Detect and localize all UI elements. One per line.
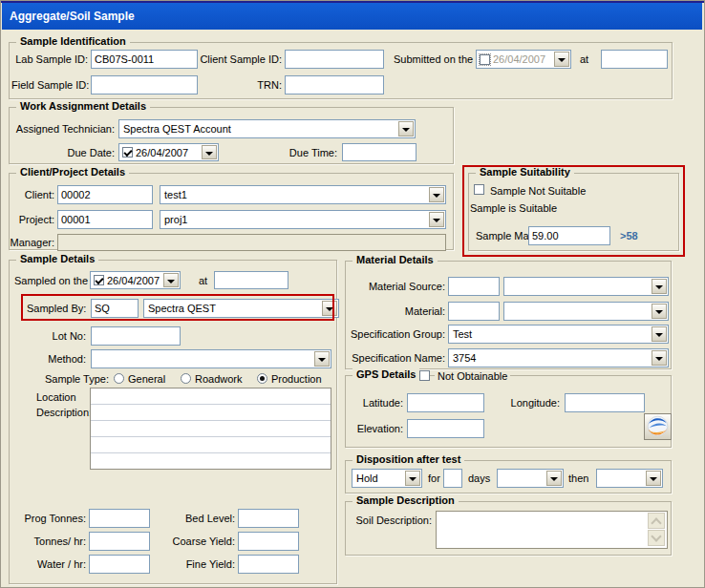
- suitability-status-text: Sample is Suitable: [470, 202, 557, 215]
- sampled-by-name-value: Spectra QEST: [148, 303, 216, 314]
- prog-tonnes-label: Prog Tonnes:: [10, 513, 86, 525]
- material-source-combo[interactable]: [503, 277, 669, 296]
- scroll-down-icon[interactable]: [648, 530, 665, 546]
- coarse-yield-input[interactable]: [238, 532, 299, 551]
- group-title: Client/Project Details: [16, 166, 129, 178]
- dropdown-arrow-icon[interactable]: [652, 326, 667, 342]
- project-name-value: proj1: [164, 214, 187, 225]
- sampled-by-label: Sampled By:: [27, 303, 86, 315]
- google-earth-button[interactable]: [644, 413, 672, 440]
- sampled-by-code-input[interactable]: [91, 299, 139, 318]
- fine-yield-label: Fine Yield:: [155, 558, 235, 571]
- material-code-input[interactable]: [448, 302, 500, 321]
- prog-tonnes-input[interactable]: [89, 509, 150, 528]
- scroll-up-icon[interactable]: [648, 513, 665, 529]
- dropdown-arrow-icon[interactable]: [429, 212, 444, 227]
- field-sample-id-input[interactable]: [91, 75, 198, 94]
- due-time-label: Due Time:: [231, 147, 337, 159]
- sample-not-suitable-checkbox[interactable]: [474, 184, 484, 195]
- not-obtainable-checkbox[interactable]: [419, 370, 430, 381]
- google-earth-globe-icon: [645, 414, 671, 439]
- water-hr-input[interactable]: [89, 555, 150, 574]
- dropdown-arrow-icon[interactable]: [405, 471, 420, 486]
- dropdown-arrow-icon[interactable]: [652, 279, 667, 294]
- group-title: Material Details: [352, 254, 438, 265]
- disposition-days-unit-combo[interactable]: [497, 469, 564, 488]
- submitted-on-label: Submitted on the: [394, 53, 473, 66]
- due-date-combo[interactable]: 26/04/2007: [118, 143, 219, 161]
- project-code-input[interactable]: [57, 210, 153, 229]
- material-label: Material:: [346, 305, 445, 318]
- client-code-input[interactable]: [57, 185, 153, 204]
- due-time-input[interactable]: [342, 143, 417, 161]
- radio-general[interactable]: [114, 373, 124, 384]
- specification-group-value: Test: [453, 328, 472, 340]
- dropdown-arrow-icon[interactable]: [202, 145, 217, 159]
- disposition-days-input[interactable]: [443, 469, 462, 488]
- bed-level-input[interactable]: [238, 509, 299, 528]
- location-description-label-line2: Description:: [36, 407, 92, 419]
- client-name-combo[interactable]: test1: [160, 185, 446, 204]
- submitted-time-input[interactable]: [601, 50, 668, 69]
- disposition-then-combo[interactable]: [596, 469, 663, 488]
- sampled-date-checkbox[interactable]: [94, 275, 104, 285]
- group-title: Sample Details: [16, 253, 98, 264]
- dropdown-arrow-icon[interactable]: [652, 350, 667, 366]
- group-material-details: Material Details Material Source: Materi…: [345, 261, 672, 369]
- latitude-input[interactable]: [407, 393, 484, 412]
- longitude-label: Longitude:: [506, 397, 560, 410]
- dropdown-arrow-icon[interactable]: [429, 187, 444, 202]
- sampled-by-name-combo[interactable]: Spectra QEST: [143, 299, 339, 318]
- material-combo[interactable]: [503, 302, 669, 321]
- trn-input[interactable]: [285, 75, 384, 94]
- dropdown-arrow-icon[interactable]: [314, 351, 330, 367]
- dropdown-arrow-icon[interactable]: [652, 304, 667, 319]
- elevation-input[interactable]: [407, 419, 484, 438]
- project-name-combo[interactable]: proj1: [160, 210, 446, 229]
- client-sample-id-input[interactable]: [285, 50, 384, 69]
- disposition-action-combo[interactable]: Hold: [352, 469, 422, 488]
- dropdown-arrow-icon[interactable]: [554, 52, 569, 67]
- dropdown-arrow-icon[interactable]: [163, 273, 179, 287]
- window-title: Aggregate/Soil Sample: [10, 10, 135, 23]
- sampled-date-combo[interactable]: 26/04/2007: [90, 271, 181, 289]
- dropdown-arrow-icon[interactable]: [646, 471, 661, 486]
- client-label: Client:: [11, 189, 54, 201]
- lot-no-input[interactable]: [91, 326, 181, 346]
- client-name-value: test1: [164, 189, 187, 200]
- coarse-yield-label: Coarse Yield:: [155, 536, 235, 548]
- tonnes-hr-input[interactable]: [89, 532, 150, 551]
- elevation-label: Elevation:: [346, 423, 403, 435]
- fine-yield-input[interactable]: [238, 555, 299, 574]
- submitted-date-combo[interactable]: 26/04/2007: [476, 50, 571, 69]
- due-date-checkbox[interactable]: [122, 147, 133, 158]
- dropdown-arrow-icon[interactable]: [398, 121, 414, 136]
- specification-group-combo[interactable]: Test: [448, 325, 669, 344]
- specification-name-combo[interactable]: 3754: [448, 348, 669, 368]
- submitted-date-checkbox[interactable]: [480, 54, 490, 65]
- sampled-date-value: 26/04/2007: [107, 275, 160, 286]
- material-source-label: Material Source:: [346, 281, 445, 293]
- group-title: Sample Description: [352, 494, 459, 506]
- assigned-technician-label: Assigned Technician:: [15, 123, 115, 136]
- radio-production[interactable]: [257, 373, 267, 384]
- dropdown-arrow-icon[interactable]: [546, 471, 562, 486]
- dropdown-arrow-icon[interactable]: [322, 301, 337, 316]
- radio-roadwork[interactable]: [181, 373, 191, 384]
- lab-sample-id-input[interactable]: [91, 50, 198, 69]
- longitude-input[interactable]: [565, 393, 645, 412]
- method-combo[interactable]: [91, 349, 331, 368]
- group-title: GPS Details: [352, 368, 419, 380]
- field-sample-id-label: Field Sample ID:: [11, 79, 88, 92]
- sampled-time-input[interactable]: [214, 271, 288, 289]
- sample-mass-input[interactable]: [528, 226, 610, 245]
- days-label: days: [468, 472, 490, 485]
- material-source-code-input[interactable]: [448, 277, 500, 296]
- soil-description-input[interactable]: [436, 511, 668, 549]
- group-sample-identification: Sample Identification Lab Sample ID: Cli…: [9, 42, 673, 99]
- sample-mass-hint: >58: [620, 230, 638, 242]
- assigned-technician-combo[interactable]: Spectra QEST Account: [118, 119, 416, 138]
- lab-sample-id-label: Lab Sample ID:: [11, 53, 88, 66]
- location-description-input[interactable]: [90, 388, 331, 470]
- assigned-technician-value: Spectra QEST Account: [123, 123, 231, 135]
